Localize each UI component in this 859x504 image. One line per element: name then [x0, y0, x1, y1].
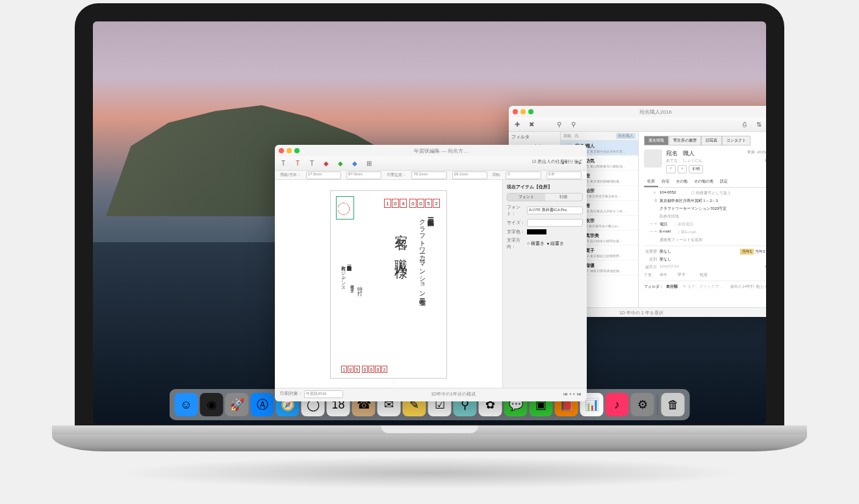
size-input[interactable]	[527, 219, 583, 227]
zoom-icon[interactable]	[294, 148, 300, 153]
close-icon[interactable]	[513, 109, 518, 114]
window-title: 宛名職人2016	[533, 108, 766, 116]
addr-tab-other2[interactable]: その他の先	[691, 177, 717, 187]
text-tool-2[interactable]: T	[293, 159, 302, 168]
minimize-icon[interactable]	[287, 148, 292, 153]
recipient-zip[interactable]: 1040052	[384, 199, 440, 208]
zoom-icon[interactable]	[528, 109, 533, 114]
dock-music-icon[interactable]: ♪	[606, 393, 629, 416]
text-tool-3[interactable]: T	[307, 159, 316, 168]
stamp	[336, 196, 354, 220]
recipient-address[interactable]: 東京都中央区月島年賀町一ー二ー三クラフトワーカーマンション七〇二三号室	[418, 214, 435, 294]
status-bar: 印刷対象： 年賀状2016 1D年中の1年分の構成 ⏮ ◀ ▶ ⏭	[275, 388, 587, 399]
print-icon[interactable]: ⎙	[740, 120, 749, 129]
shape-tool[interactable]: ◆	[322, 159, 331, 168]
gender-female[interactable]: ♀	[678, 165, 687, 173]
search-address-icon[interactable]: ⚲	[554, 120, 563, 129]
zip-value[interactable]: 104-0052	[660, 190, 676, 196]
grid-icon[interactable]: ⊞	[365, 159, 374, 168]
tab-contact-info[interactable]: 連名情報	[644, 136, 669, 145]
dock-siri-icon[interactable]: ◉	[200, 393, 224, 416]
toolbar: T T T ◆ ◆ ◆ ⊞ ↶ ↷ ☑ 差出人の住所割り当て	[275, 157, 587, 171]
toolbar: ✚ ✖ ⚲ ⚲ ⎙ ⇅ 💾	[509, 118, 766, 132]
ruler-bar: 用紙/方向：17.5mm 87.0mm 平面位置：70.1mm 26.1mm 回…	[275, 171, 587, 180]
postcard[interactable]: 1040052 東京都中央区月島年賀町一ー二ー三クラフトワーカーマンション七〇二…	[330, 190, 447, 379]
shape-tool-3[interactable]: ◆	[350, 159, 359, 168]
gender-unknown[interactable]: 不明	[689, 165, 703, 173]
text-tool[interactable]: T	[279, 159, 288, 168]
sidebar-header: フィルタ	[509, 132, 560, 142]
dock-launchpad-icon[interactable]: 🚀	[225, 393, 249, 416]
window-title: 年賀状編集 — 宛名方…	[300, 147, 583, 155]
sender-name[interactable]: 特 打花健 太子	[349, 282, 363, 287]
delete-button[interactable]: ✖	[527, 120, 536, 129]
recipient-name[interactable]: 宛名 職人様	[392, 223, 410, 260]
macbook-frame: 宛名職人2016 ✚ ✖ ⚲ ⚲ ⎙ ⇅ 💾 フィルタ すべての宛名	[75, 3, 784, 503]
tab-contact[interactable]: コンタクト	[722, 136, 750, 145]
panel-title: 現在アイテム【住所】	[507, 184, 583, 190]
laptop-base	[52, 425, 807, 503]
desktop: 宛名職人2016 ✚ ✖ ⚲ ⚲ ⎙ ⇅ 💾 フィルタ すべての宛名	[93, 21, 766, 424]
contact-detail: 連名情報 実住所の履歴 顔写真 コンタクト 宛名 職人 更新:	[639, 132, 766, 307]
avatar[interactable]	[644, 149, 662, 168]
address-value[interactable]: 東京都中央区月島年賀町１−２−３	[660, 198, 719, 204]
dock-trash-icon[interactable]: 🗑	[661, 393, 685, 416]
minimize-icon[interactable]	[520, 109, 526, 114]
print-target-select[interactable]: 年賀状2016	[304, 390, 343, 398]
shape-tool-2[interactable]: ◆	[336, 159, 345, 168]
tab-font[interactable]: フォント	[507, 194, 545, 201]
vertical-radio[interactable]: ● 縦書き	[546, 240, 564, 247]
add-contact-button[interactable]: ✚	[513, 120, 522, 129]
postcard-editor-window: 年賀状編集 — 宛名方… T T T ◆ ◆ ◆ ⊞ ↶ ↷ ☑ 差出人の住所割…	[275, 145, 587, 401]
addr-tab-home[interactable]: 自宅	[658, 177, 673, 187]
font-select[interactable]: A-OTF 教科書ICA Pro	[527, 207, 583, 214]
building-value[interactable]: クラフトワーカーマンション7023号室	[660, 206, 726, 212]
dock-appstore-icon[interactable]: Ⓐ	[251, 393, 274, 416]
dock-finder-icon[interactable]: ☺	[175, 393, 198, 416]
properties-panel: 現在アイテム【住所】 フォント 行頭 フォント：A-OTF 教科書ICA Pro…	[502, 180, 587, 388]
addr-tab-settings[interactable]: 設定	[717, 177, 731, 187]
canvas[interactable]: 1040052 東京都中央区月島年賀町一ー二ー三クラフトワーカーマンション七〇二…	[275, 180, 502, 388]
tab-line[interactable]: 行頭	[545, 194, 583, 201]
dock-settings-icon[interactable]: ⚙	[631, 393, 654, 416]
sender-address-checkbox[interactable]: ☑ 差出人の住所割り当て	[532, 158, 583, 165]
horizontal-radio[interactable]: ○ 横書き	[527, 240, 545, 247]
addr-tab-other[interactable]: その他	[673, 177, 691, 187]
given-name[interactable]: 職人	[683, 149, 695, 158]
badge: 宛名職人	[616, 133, 635, 139]
sort-icon[interactable]: ⇅	[754, 120, 763, 129]
search-person-icon[interactable]: ⚲	[569, 120, 578, 129]
list-header: 表紙 氏 宛名職人	[561, 132, 638, 141]
screen-bezel: 宛名職人2016 ✚ ✖ ⚲ ⚲ ⎙ ⇅ 💾 フィルタ すべての宛名	[75, 3, 784, 432]
sender-zip[interactable]: 1050002	[341, 366, 387, 373]
close-icon[interactable]	[279, 148, 284, 153]
surname[interactable]: 宛名	[666, 149, 678, 158]
addr-tab-address[interactable]: 住所	[644, 177, 658, 187]
tab-history[interactable]: 実住所の履歴	[669, 136, 701, 145]
nav-buttons[interactable]: ⏮ ◀ ▶ ⏭	[563, 392, 582, 396]
detail-tabs: 連名情報 実住所の履歴 顔写真 コンタクト	[644, 136, 766, 145]
titlebar[interactable]: 年賀状編集 — 宛名方…	[275, 145, 587, 157]
tab-photo[interactable]: 顔写真	[701, 136, 722, 145]
gender-male[interactable]: ♂	[666, 165, 676, 173]
titlebar[interactable]: 宛名職人2016	[509, 106, 766, 118]
color-picker[interactable]	[527, 229, 546, 234]
